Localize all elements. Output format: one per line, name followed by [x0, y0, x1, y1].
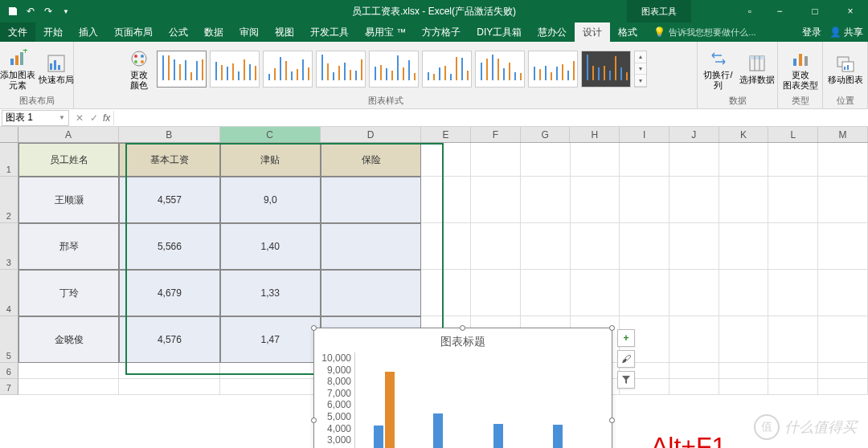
column-header[interactable]: M — [818, 127, 868, 142]
cell[interactable] — [421, 223, 471, 270]
cell[interactable] — [818, 363, 868, 379]
column-header[interactable]: D — [321, 127, 421, 142]
chart-plot-area[interactable] — [354, 352, 604, 448]
chart-style-thumb[interactable] — [581, 51, 631, 88]
qat-more-icon[interactable]: ▼ — [58, 3, 74, 19]
cell[interactable]: 金晓俊 — [18, 316, 119, 363]
cell[interactable] — [818, 379, 868, 395]
share-button[interactable]: 👤 共享 — [829, 26, 863, 39]
chart-style-thumb[interactable] — [369, 51, 419, 88]
menu-tab[interactable]: 开始 — [35, 22, 71, 42]
cell[interactable] — [669, 316, 719, 363]
chart-handle[interactable] — [609, 325, 615, 331]
column-header[interactable]: E — [421, 127, 471, 142]
cell[interactable] — [669, 223, 719, 270]
name-box[interactable]: 图表 1▼ — [2, 110, 69, 126]
cell[interactable] — [768, 143, 818, 177]
close-button[interactable]: × — [833, 0, 868, 22]
login-link[interactable]: 登录 — [802, 26, 821, 39]
cell[interactable] — [669, 363, 719, 379]
cell[interactable] — [768, 177, 818, 223]
column-header[interactable]: G — [521, 127, 571, 142]
cell[interactable]: 4,557 — [119, 177, 219, 223]
undo-icon[interactable]: ↶ — [23, 3, 39, 19]
switch-row-col-button[interactable]: 切换行/列 — [701, 47, 736, 91]
cell[interactable] — [521, 270, 571, 316]
cell[interactable]: 王顺灏 — [18, 177, 119, 223]
chart-style-thumb[interactable] — [422, 51, 472, 88]
cell[interactable]: 1,33 — [220, 270, 321, 316]
chart-handle[interactable] — [460, 325, 465, 331]
worksheet-grid[interactable]: ABCDEFGHIJKLM 1员工姓名基本工资津贴保险2王顺灏4,5579,03… — [0, 127, 868, 448]
cell[interactable] — [669, 270, 719, 316]
column-header[interactable]: I — [620, 127, 669, 142]
cell[interactable] — [571, 223, 620, 270]
cell[interactable] — [818, 143, 868, 177]
menu-tab[interactable]: 插入 — [71, 22, 106, 42]
chart-styles-button[interactable]: 🖌 — [617, 350, 635, 368]
cell[interactable] — [669, 143, 719, 177]
cell[interactable] — [620, 223, 669, 270]
cell[interactable]: 4,576 — [119, 316, 219, 363]
cell[interactable]: 基本工资 — [119, 143, 219, 177]
row-header[interactable]: 7 — [0, 379, 18, 395]
cell[interactable] — [620, 270, 669, 316]
cell[interactable] — [471, 270, 521, 316]
column-header[interactable]: K — [719, 127, 769, 142]
add-chart-element-button[interactable]: +添加图表 元素 — [0, 47, 35, 91]
cell[interactable]: 5,566 — [119, 223, 219, 270]
cell[interactable] — [719, 177, 769, 223]
cell[interactable] — [571, 177, 620, 223]
cell[interactable] — [220, 363, 321, 379]
column-header[interactable]: A — [18, 127, 119, 142]
cell[interactable]: 丁玲 — [18, 270, 119, 316]
column-header[interactable]: J — [669, 127, 719, 142]
cell[interactable] — [471, 177, 521, 223]
cell[interactable] — [669, 177, 719, 223]
cell[interactable]: 邢琴 — [18, 223, 119, 270]
minimize-button[interactable]: − — [762, 0, 797, 22]
cell[interactable]: 1,40 — [220, 223, 321, 270]
menu-tab[interactable]: 格式 — [610, 22, 645, 42]
cell[interactable] — [669, 379, 719, 395]
chart-filters-button[interactable] — [617, 371, 635, 389]
cell[interactable] — [321, 223, 421, 270]
cell[interactable] — [18, 379, 119, 395]
row-header[interactable]: 3 — [0, 223, 18, 270]
cell[interactable] — [719, 270, 769, 316]
cell[interactable]: 9,0 — [220, 177, 321, 223]
column-header[interactable]: B — [119, 127, 219, 142]
cell[interactable] — [768, 223, 818, 270]
cell[interactable] — [421, 270, 471, 316]
row-header[interactable]: 1 — [0, 143, 18, 177]
cell[interactable] — [471, 143, 521, 177]
cell[interactable] — [768, 316, 818, 363]
chart-style-thumb[interactable] — [263, 51, 313, 88]
cell[interactable] — [521, 143, 571, 177]
cell[interactable] — [719, 316, 769, 363]
menu-tab[interactable]: 开发工具 — [302, 22, 357, 42]
cell[interactable] — [620, 143, 669, 177]
chart-handle[interactable] — [311, 417, 317, 423]
chart-handle[interactable] — [311, 325, 317, 331]
enter-formula-icon[interactable]: ✓ — [90, 112, 98, 124]
chart-elements-button[interactable]: + — [617, 329, 635, 347]
maximize-button[interactable]: □ — [797, 0, 833, 22]
menu-tab[interactable]: 方方格子 — [414, 22, 469, 42]
change-chart-type-button[interactable]: 更改 图表类型 — [783, 47, 818, 91]
cell[interactable]: 保险 — [321, 143, 421, 177]
cell[interactable] — [818, 316, 868, 363]
cell[interactable] — [768, 363, 818, 379]
cell[interactable] — [321, 177, 421, 223]
cell[interactable] — [768, 379, 818, 395]
embedded-chart[interactable]: 图表标题 10,0009,0008,0007,0006,0005,0004,00… — [313, 328, 612, 448]
ribbon-options-icon[interactable]: ▫ — [738, 0, 762, 22]
gallery-more-button[interactable]: ▴▾▾ — [634, 51, 647, 88]
chart-style-thumb[interactable] — [210, 51, 260, 88]
chart-title[interactable]: 图表标题 — [314, 328, 612, 352]
cell[interactable] — [471, 223, 521, 270]
menu-tab[interactable]: 公式 — [161, 22, 196, 42]
cell[interactable] — [818, 223, 868, 270]
cell[interactable] — [571, 270, 620, 316]
cell[interactable] — [220, 379, 321, 395]
